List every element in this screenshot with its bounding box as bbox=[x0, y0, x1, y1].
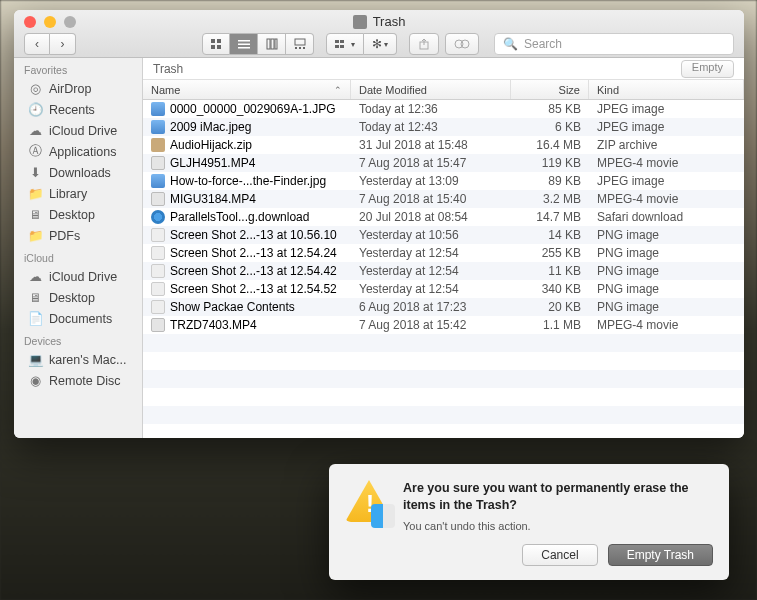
sidebar-item[interactable]: 💻karen's Mac... bbox=[14, 349, 142, 370]
file-icon bbox=[151, 246, 165, 260]
sidebar-item[interactable]: ◎AirDrop bbox=[14, 78, 142, 99]
sidebar-item[interactable]: ☁iCloud Drive bbox=[14, 266, 142, 287]
file-icon bbox=[151, 282, 165, 296]
empty-button[interactable]: Empty bbox=[681, 60, 734, 78]
column-kind[interactable]: Kind bbox=[589, 80, 744, 99]
file-size: 20 KB bbox=[511, 300, 589, 314]
view-gallery-button[interactable] bbox=[286, 33, 314, 55]
sidebar-item[interactable]: ☁iCloud Drive bbox=[14, 120, 142, 141]
column-size[interactable]: Size bbox=[511, 80, 589, 99]
file-size: 89 KB bbox=[511, 174, 589, 188]
svg-rect-13 bbox=[303, 47, 305, 49]
sidebar-item[interactable]: 🖥Desktop bbox=[14, 287, 142, 308]
file-date: Yesterday at 13:09 bbox=[351, 174, 511, 188]
file-date: 7 Aug 2018 at 15:42 bbox=[351, 318, 511, 332]
sidebar-item[interactable]: 🕘Recents bbox=[14, 99, 142, 120]
file-kind: JPEG image bbox=[589, 174, 744, 188]
action-button[interactable]: ✻▾ bbox=[364, 33, 397, 55]
toolbar: ‹ › ▾ ✻▾ 🔍 Search bbox=[24, 32, 734, 56]
sidebar-item[interactable]: ⒶApplications bbox=[14, 141, 142, 162]
sidebar-item-label: Applications bbox=[49, 145, 116, 159]
file-name: 2009 iMac.jpeg bbox=[170, 120, 251, 134]
sidebar-item-label: Recents bbox=[49, 103, 95, 117]
sidebar-item[interactable]: 📄Documents bbox=[14, 308, 142, 329]
file-name: Screen Shot 2...-13 at 12.54.42 bbox=[170, 264, 337, 278]
sidebar-item-label: Desktop bbox=[49, 291, 95, 305]
view-icon-button[interactable] bbox=[202, 33, 230, 55]
file-kind: MPEG-4 movie bbox=[589, 192, 744, 206]
sidebar-item-label: Remote Disc bbox=[49, 374, 121, 388]
file-icon bbox=[151, 264, 165, 278]
cloud-icon: ☁ bbox=[28, 269, 43, 284]
file-row[interactable]: GLJH4951.MP47 Aug 2018 at 15:47119 KBMPE… bbox=[143, 154, 744, 172]
file-row[interactable]: Screen Shot 2...-13 at 10.56.10Yesterday… bbox=[143, 226, 744, 244]
applications-icon: Ⓐ bbox=[28, 144, 43, 159]
empty-trash-button[interactable]: Empty Trash bbox=[608, 544, 713, 566]
folder-icon: 📁 bbox=[28, 186, 43, 201]
svg-rect-16 bbox=[335, 45, 339, 48]
tags-button[interactable] bbox=[445, 33, 479, 55]
file-name: GLJH4951.MP4 bbox=[170, 156, 255, 170]
share-button[interactable] bbox=[409, 33, 439, 55]
sidebar-heading: iCloud bbox=[14, 246, 142, 266]
desktop-icon: 🖥 bbox=[28, 290, 43, 305]
file-date: Yesterday at 10:56 bbox=[351, 228, 511, 242]
file-row[interactable]: Show Packae Contents6 Aug 2018 at 17:232… bbox=[143, 298, 744, 316]
confirm-dialog: ! Are you sure you want to permanently e… bbox=[329, 464, 729, 580]
recents-icon: 🕘 bbox=[28, 102, 43, 117]
file-size: 14 KB bbox=[511, 228, 589, 242]
toolbar-segment-2: ▾ ✻▾ bbox=[326, 33, 397, 55]
file-date: 7 Aug 2018 at 15:40 bbox=[351, 192, 511, 206]
file-kind: PNG image bbox=[589, 264, 744, 278]
svg-point-20 bbox=[461, 40, 469, 48]
file-row[interactable]: Screen Shot 2...-13 at 12.54.42Yesterday… bbox=[143, 262, 744, 280]
file-row[interactable]: ParallelsTool...g.download20 Jul 2018 at… bbox=[143, 208, 744, 226]
file-date: Today at 12:43 bbox=[351, 120, 511, 134]
file-icon bbox=[151, 102, 165, 116]
sidebar-item[interactable]: 📁Library bbox=[14, 183, 142, 204]
file-kind: MPEG-4 movie bbox=[589, 318, 744, 332]
cancel-button[interactable]: Cancel bbox=[522, 544, 597, 566]
view-column-button[interactable] bbox=[258, 33, 286, 55]
file-list[interactable]: 0000_00000_0029069A-1.JPGToday at 12:368… bbox=[143, 100, 744, 438]
file-row[interactable]: AudioHijack.zip31 Jul 2018 at 15:4816.4 … bbox=[143, 136, 744, 154]
file-name: Screen Shot 2...-13 at 12.54.52 bbox=[170, 282, 337, 296]
file-name: Show Packae Contents bbox=[170, 300, 295, 314]
file-date: 6 Aug 2018 at 17:23 bbox=[351, 300, 511, 314]
svg-rect-12 bbox=[299, 47, 301, 49]
file-row[interactable]: Screen Shot 2...-13 at 12.54.52Yesterday… bbox=[143, 280, 744, 298]
sidebar-item[interactable]: 🖥Desktop bbox=[14, 204, 142, 225]
sidebar-item[interactable]: 📁PDFs bbox=[14, 225, 142, 246]
file-row[interactable]: MIGU3184.MP47 Aug 2018 at 15:403.2 MBMPE… bbox=[143, 190, 744, 208]
sidebar-item[interactable]: ⬇Downloads bbox=[14, 162, 142, 183]
svg-rect-15 bbox=[340, 40, 344, 43]
search-icon: 🔍 bbox=[503, 37, 518, 51]
file-name: TRZD7403.MP4 bbox=[170, 318, 257, 332]
empty-row bbox=[143, 424, 744, 438]
sidebar-item[interactable]: ◉Remote Disc bbox=[14, 370, 142, 391]
file-row[interactable]: Screen Shot 2...-13 at 12.54.24Yesterday… bbox=[143, 244, 744, 262]
file-kind: PNG image bbox=[589, 228, 744, 242]
forward-button[interactable]: › bbox=[50, 33, 76, 55]
svg-rect-3 bbox=[217, 45, 221, 49]
file-row[interactable]: 0000_00000_0029069A-1.JPGToday at 12:368… bbox=[143, 100, 744, 118]
sidebar-item-label: Downloads bbox=[49, 166, 111, 180]
svg-rect-0 bbox=[211, 39, 215, 43]
search-field[interactable]: 🔍 Search bbox=[494, 33, 734, 55]
file-date: 7 Aug 2018 at 15:47 bbox=[351, 156, 511, 170]
file-row[interactable]: 2009 iMac.jpegToday at 12:436 KBJPEG ima… bbox=[143, 118, 744, 136]
view-list-button[interactable] bbox=[230, 33, 258, 55]
file-size: 1.1 MB bbox=[511, 318, 589, 332]
column-date[interactable]: Date Modified bbox=[351, 80, 511, 99]
arrange-button[interactable]: ▾ bbox=[326, 33, 364, 55]
file-date: Yesterday at 12:54 bbox=[351, 282, 511, 296]
file-name: AudioHijack.zip bbox=[170, 138, 252, 152]
file-row[interactable]: How-to-force-...the-Finder.jpgYesterday … bbox=[143, 172, 744, 190]
file-size: 85 KB bbox=[511, 102, 589, 116]
file-kind: JPEG image bbox=[589, 102, 744, 116]
file-row[interactable]: TRZD7403.MP47 Aug 2018 at 15:421.1 MBMPE… bbox=[143, 316, 744, 334]
back-button[interactable]: ‹ bbox=[24, 33, 50, 55]
dialog-subtitle: You can't undo this action. bbox=[403, 520, 713, 532]
column-name[interactable]: Name⌃ bbox=[143, 80, 351, 99]
svg-rect-8 bbox=[271, 39, 274, 49]
